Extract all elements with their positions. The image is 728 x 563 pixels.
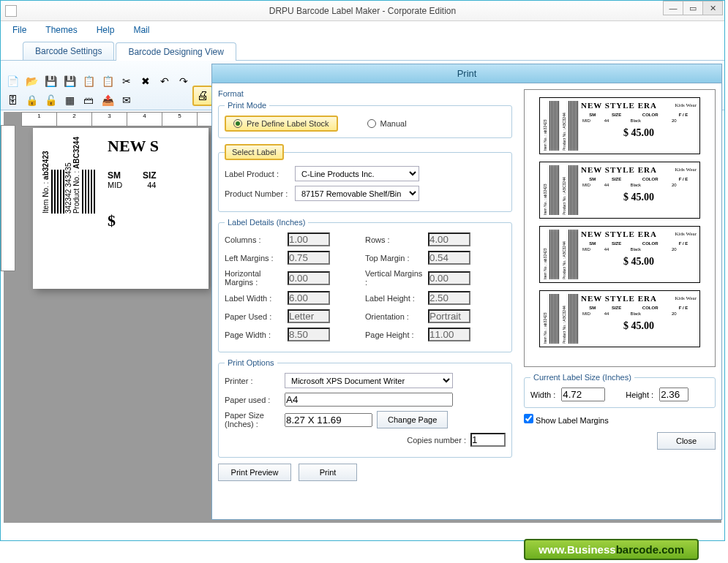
barcode-bars-2 [80, 170, 95, 214]
select-label-group: Select Label Label Product : C-Line Prod… [218, 144, 512, 212]
mini-label-1: Item No. : ab32423 Product No. : ABC3244… [539, 97, 700, 154]
close-dialog-button[interactable]: Close [657, 432, 716, 450]
paper-input [288, 309, 330, 323]
close-button[interactable]: ✕ [702, 1, 723, 15]
radio-predefine[interactable]: Pre Define Label Stock [225, 116, 338, 132]
print-mode-group: Print Mode Pre Define Label Stock Manual [218, 101, 512, 138]
columns-input[interactable] [288, 233, 330, 246]
menu-file[interactable]: File [5, 23, 34, 37]
dialog-right-panel: Item No. : ab32423 Product No. : ABC3244… [518, 83, 721, 519]
delete-icon[interactable]: ✖ [137, 72, 154, 90]
label-left-column: Item No. : ab32423 342342 343435 Product… [42, 137, 95, 214]
app-icon [5, 5, 17, 17]
menu-themes[interactable]: Themes [38, 23, 84, 37]
tmargin-input[interactable] [428, 251, 470, 265]
unlock-icon[interactable]: 🔓 [42, 91, 59, 109]
label-preview-card[interactable]: Item No. : ab32423 342342 343435 Product… [33, 128, 209, 289]
cut-icon[interactable]: ✂ [118, 72, 135, 90]
lwidth-input[interactable] [288, 291, 330, 305]
paper-used-input[interactable] [285, 393, 453, 407]
main-window: DRPU Barcode Label Maker - Corporate Edi… [0, 0, 725, 541]
menubar: File Themes Help Mail [1, 21, 724, 39]
dialog-title: Print [212, 64, 721, 83]
saveas-icon[interactable]: 💾 [61, 72, 78, 90]
dialog-left-panel: Format Print Mode Pre Define Label Stock… [212, 83, 518, 519]
print-icon[interactable]: 🖨 [192, 86, 213, 106]
minimize-button[interactable]: — [663, 1, 683, 15]
copy-icon[interactable]: 📋 [80, 72, 97, 90]
printer-select[interactable]: Microsoft XPS Document Writer [285, 373, 453, 388]
copies-input[interactable] [470, 433, 506, 447]
open-icon[interactable]: 📂 [23, 72, 40, 90]
titlebar: DRPU Barcode Label Maker - Corporate Edi… [1, 1, 724, 21]
ribbon-icons: 📄 📂 💾 💾 📋 📋 ✂ ✖ ↶ ↷ 🗄 🔒 🔓 ▦ 🗃 📤 ✉ [4, 72, 209, 109]
show-margins-checkbox[interactable]: Show Label Margins [524, 416, 609, 425]
page-preview: Item No. : ab32423 Product No. : ABC3244… [524, 89, 716, 367]
new-icon[interactable]: 📄 [4, 72, 21, 90]
mini-label-3: Item No. : ab32423 Product No. : ABC3244… [539, 226, 700, 283]
radio-dot-icon [367, 119, 376, 128]
footer-url: www.Businessbarcode.com [524, 539, 699, 560]
product-number-select[interactable]: 87157 Removable Shelf/Bin [295, 186, 419, 201]
print-options-group: Print Options Printer :Microsoft XPS Doc… [218, 358, 512, 458]
paste-icon[interactable]: 📋 [99, 72, 116, 90]
mini-label-2: Item No. : ab32423 Product No. : ABC3244… [539, 162, 700, 219]
redo-icon[interactable]: ↷ [175, 72, 192, 90]
menu-help[interactable]: Help [89, 23, 122, 37]
lmargin-input[interactable] [288, 251, 330, 265]
paper-size-input[interactable] [285, 413, 372, 427]
db2-icon[interactable]: 🗃 [80, 91, 97, 109]
lock-icon[interactable]: 🔒 [23, 91, 40, 109]
radio-dot-icon [233, 119, 242, 128]
tabstrip: Barcode Settings Barcode Designing View [1, 39, 724, 61]
ruler-vertical [1, 125, 15, 271]
pwidth-input[interactable] [288, 328, 330, 341]
lheight-input[interactable] [428, 291, 470, 305]
db-icon[interactable]: 🗄 [4, 91, 21, 109]
label-details-group: Label Details (Inches) Columns : Left Ma… [218, 218, 512, 352]
window-buttons: — ▭ ✕ [664, 1, 723, 15]
cur-height-input[interactable] [659, 388, 688, 401]
vmargin-input[interactable] [428, 271, 470, 285]
print-preview-button[interactable]: Print Preview [218, 464, 291, 481]
save-icon[interactable]: 💾 [42, 72, 59, 90]
change-page-button[interactable]: Change Page [377, 411, 448, 428]
mail-icon[interactable]: ✉ [118, 91, 135, 109]
export-icon[interactable]: 📤 [99, 91, 116, 109]
mini-label-4: Item No. : ab32423 Product No. : ABC3244… [539, 290, 700, 347]
orient-input [428, 309, 470, 323]
print-button[interactable]: Print [299, 464, 357, 481]
rows-input[interactable] [428, 233, 470, 246]
print-dialog: Print Format Print Mode Pre Define Label… [211, 64, 722, 520]
label-product-select[interactable]: C-Line Products Inc. [295, 166, 419, 181]
tab-designing-view[interactable]: Barcode Designing View [116, 42, 236, 61]
label-brand: NEW S [108, 137, 200, 156]
pheight-input[interactable] [428, 328, 470, 341]
maximize-button[interactable]: ▭ [683, 1, 703, 15]
format-label: Format [218, 89, 512, 98]
undo-icon[interactable]: ↶ [156, 72, 173, 90]
hmargin-input[interactable] [288, 271, 330, 285]
cur-width-input[interactable] [561, 388, 605, 401]
label-right-column: NEW S SMSIZ MID44 $ [108, 137, 200, 230]
window-title: DRPU Barcode Label Maker - Corporate Edi… [269, 6, 456, 16]
radio-manual[interactable]: Manual [367, 119, 407, 128]
current-label-size: Current Label Size (Inches) Width : Heig… [524, 373, 716, 408]
barcode-bars [50, 170, 64, 214]
grid-icon[interactable]: ▦ [61, 91, 78, 109]
tab-barcode-settings[interactable]: Barcode Settings [23, 42, 114, 60]
menu-mail[interactable]: Mail [126, 23, 157, 37]
